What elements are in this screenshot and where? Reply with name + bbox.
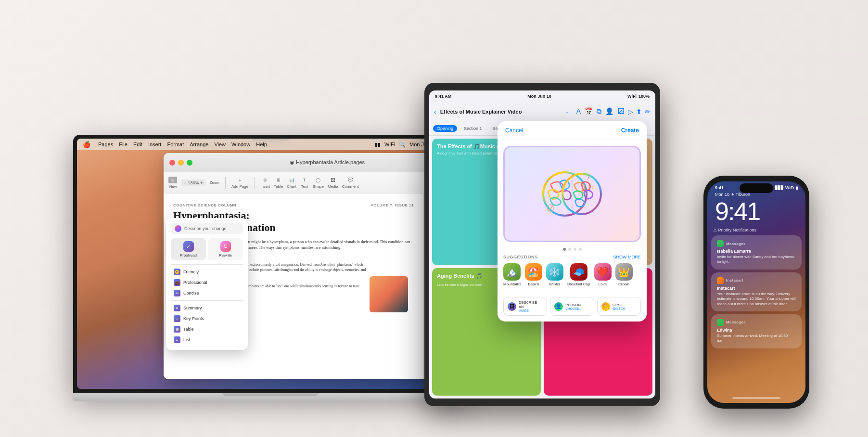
ipad-device: 9:41 AM Mon Jun 10 WiFi 100% ‹ Effects o… <box>424 83 660 406</box>
ipad-nav-icon3[interactable]: ⧉ <box>597 107 601 116</box>
suggestion-baseball-cap[interactable]: 🧢 Baseball Cap <box>567 263 590 286</box>
notif-instacart-card[interactable]: Instacart Instacart Your Instacart order… <box>711 272 802 311</box>
dialog-cancel-button[interactable]: Cancel <box>505 127 523 134</box>
ipad-back-button[interactable]: ‹ <box>434 108 436 116</box>
suggestion-beach[interactable]: 🏖️ Beach <box>525 263 542 286</box>
menubar-format[interactable]: Format <box>167 141 184 147</box>
svg-text:♪: ♪ <box>587 174 589 181</box>
menubar-pages[interactable]: Pages <box>98 141 113 147</box>
ipad-nav-icon4[interactable]: 👤 <box>605 107 613 116</box>
dialog-opt-style[interactable]: ✏️ STYLE SKETCH <box>597 297 641 316</box>
suggestion-crown-icon: 👑 <box>615 263 633 281</box>
suggestion-mountains[interactable]: 🏔️ Mountains <box>503 263 521 286</box>
toolbar-shape[interactable]: ◯ Shape <box>313 177 324 189</box>
wt-main-buttons: ✓ Proofread ↻ Rewrite <box>171 238 243 260</box>
notif-edwina-card[interactable]: Messages Edwina Summer interns arrived. … <box>711 314 802 348</box>
wt-table-icon: ⊞ <box>174 326 180 333</box>
ipad-section-opening[interactable]: Opening <box>433 125 457 132</box>
brain-illustration: ♪ ♫ ♩ <box>536 158 608 230</box>
menubar-edit[interactable]: Edit <box>133 141 142 147</box>
maximize-button[interactable] <box>187 160 192 166</box>
suggestions-grid: 🏔️ Mountains 🏖️ Beach ❄️ Winter <box>503 263 641 286</box>
pages-window-title: ◉ Hyperphantasia Article.pages <box>290 159 365 166</box>
wt-professional-item[interactable]: 💼 Professional <box>171 277 243 288</box>
macbook-screen-bezel: 🍎 Pages File Edit Insert Format Arrange … <box>73 135 468 393</box>
dialog-create-button[interactable]: Create <box>621 127 639 134</box>
suggestion-winter[interactable]: ❄️ Winter <box>546 263 563 286</box>
menubar-battery-icon: ▮▮ <box>375 141 381 148</box>
wt-proofread-btn[interactable]: ✓ Proofread <box>171 238 206 260</box>
ipad-nav-icon5[interactable]: 🖼 <box>617 107 624 116</box>
priority-notifications-label: ⚠ Priority Notifications <box>713 228 756 232</box>
suggestions-label: SUGGESTIONS <box>503 255 538 259</box>
show-more-button[interactable]: SHOW MORE <box>613 255 641 259</box>
toolbar-chart[interactable]: 📊 Chart <box>287 177 296 189</box>
ipad-nav-icon1[interactable]: A <box>576 107 581 116</box>
wt-list-label: List <box>183 337 190 342</box>
toolbar-addpage[interactable]: + Add Page <box>231 177 248 189</box>
dialog-dot-3[interactable] <box>574 248 576 251</box>
toolbar-insert[interactable]: ⊕ Insert <box>260 177 270 189</box>
notif-instacart-body: Your Instacart order is on the way! Deli… <box>717 292 796 307</box>
ipad-section-1[interactable]: Section 1 <box>460 125 486 132</box>
suggestion-crown[interactable]: 👑 Crown <box>615 263 633 286</box>
wt-describe-bar[interactable]: Describe your change <box>171 223 243 234</box>
suggestions-header: SUGGESTIONS SHOW MORE <box>503 255 641 259</box>
zoom-increase[interactable]: + <box>200 180 203 185</box>
image-creation-dialog: Cancel Create <box>498 121 647 321</box>
dialog-opt-person-icon: 👤 <box>554 302 563 311</box>
minimize-button[interactable] <box>178 160 184 166</box>
wt-sparkle-icon <box>175 225 181 232</box>
close-button[interactable] <box>169 160 175 166</box>
wt-summary-item[interactable]: ≡ Summary <box>171 303 243 313</box>
wt-list-item[interactable]: ≡ List <box>171 334 243 345</box>
toolbar-table[interactable]: ⊞ Table <box>274 177 283 189</box>
ipad-nav-expand-icon[interactable]: ⌄ <box>565 109 569 114</box>
zoom-decrease[interactable]: − <box>184 180 186 185</box>
ipad-edit-icon[interactable]: ✏ <box>645 108 651 116</box>
notif-edwina-app: Messages <box>726 320 746 324</box>
menubar-file[interactable]: File <box>119 141 128 147</box>
wt-professional-icon: 💼 <box>174 279 180 286</box>
dialog-opt-person[interactable]: 👤 PERSON CHOOSE... <box>550 297 594 316</box>
ipad-nav-icon2[interactable]: 📅 <box>585 107 593 116</box>
notif-messages-card[interactable]: Messages Isabella Lamarre Invite for din… <box>711 235 802 270</box>
ipad-nav-icons: A 📅 ⧉ 👤 🖼 <box>576 107 624 116</box>
toolbar-comment[interactable]: 💬 Comment <box>342 177 359 189</box>
menubar-view[interactable]: View <box>214 141 226 147</box>
pages-toolbar: ⊞ View − 136% + Zoom + <box>164 172 464 193</box>
iphone-bezel: 9:41 ▊▊▊ WiFi ▮ Mon 10 ✦ Tiburon 9:41 <box>703 176 809 409</box>
ipad-play-icon[interactable]: ▷ <box>628 108 633 116</box>
toolbar-media[interactable]: 🖼 Media <box>328 177 338 189</box>
toolbar-zoom-label: Zoom <box>210 180 219 185</box>
wt-friendly-icon: 😊 <box>174 269 180 275</box>
menubar-help[interactable]: Help <box>256 141 267 147</box>
doc-label-left: COGNITIVE SCIENCE COLUMN <box>173 203 236 207</box>
ipad-nav: ‹ Effects of Music Explainer Video ⌄ A 📅… <box>429 102 655 121</box>
comment-icon: 💬 <box>346 177 355 183</box>
wt-keypoints-item[interactable]: • Key Points <box>171 313 243 324</box>
wt-rewrite-btn[interactable]: ↻ Rewrite <box>208 238 243 260</box>
suggestion-crown-label: Crown <box>618 282 629 286</box>
suggestion-love-icon: ❤️ <box>594 263 612 281</box>
wt-friendly-item[interactable]: 😊 Friendly <box>171 267 243 277</box>
wt-concise-item[interactable]: ✂ Concise <box>171 288 243 298</box>
wt-table-item[interactable]: ⊞ Table <box>171 324 243 334</box>
apple-menu[interactable]: 🍎 <box>83 141 90 148</box>
toolbar-view[interactable]: ⊞ View <box>168 177 177 189</box>
toolbar-text[interactable]: T Text <box>300 177 309 189</box>
notif-messages-sender: Isabella Lamarre <box>717 249 796 254</box>
suggestion-love[interactable]: ❤️ Love <box>594 263 612 286</box>
dialog-dot-4[interactable] <box>579 248 582 251</box>
table-icon: ⊞ <box>274 177 283 183</box>
menubar-window[interactable]: Window <box>231 141 250 147</box>
menubar-search-icon[interactable]: 🔍 <box>399 141 406 148</box>
menubar-arrange[interactable]: Arrange <box>190 141 208 147</box>
ipad-upload-icon[interactable]: ⬆ <box>636 108 642 116</box>
dialog-dot-2[interactable] <box>568 248 571 251</box>
menubar-insert[interactable]: Insert <box>148 141 162 147</box>
dialog-opt-describe-image[interactable]: 🖼 DESCRIBE AN IMAGE <box>503 297 547 316</box>
dialog-opt-style-text: STYLE SKETCH <box>613 303 625 310</box>
wt-professional-label: Professional <box>183 280 207 285</box>
dialog-dot-1[interactable] <box>563 248 566 251</box>
